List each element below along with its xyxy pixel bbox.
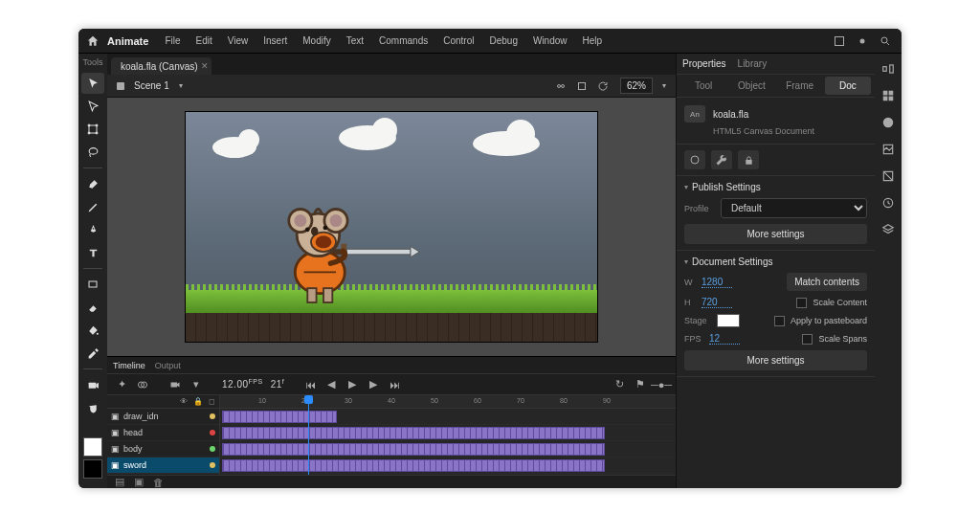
sync-icon[interactable] — [852, 31, 873, 52]
play-icon[interactable]: ▶ — [344, 376, 361, 393]
tracks-area[interactable]: 10 20 30 40 50 60 70 80 90 — [220, 395, 676, 475]
menu-window[interactable]: Window — [526, 32, 574, 50]
publish-section-title[interactable]: Publish Settings — [684, 182, 867, 192]
text-tool-icon[interactable] — [81, 242, 104, 263]
publish-icon[interactable] — [684, 150, 705, 169]
components-panel-icon[interactable] — [879, 220, 898, 239]
rectangle-tool-icon[interactable] — [81, 274, 104, 295]
search-icon[interactable] — [875, 31, 896, 52]
hand-tool-icon[interactable] — [81, 397, 104, 418]
camera-tool-icon[interactable] — [81, 374, 104, 395]
profile-select[interactable]: Default — [721, 198, 867, 218]
menu-help[interactable]: Help — [576, 32, 610, 50]
marker-icon[interactable]: ⚑ — [632, 376, 649, 393]
apply-pasteboard-checkbox[interactable] — [774, 316, 785, 326]
document-section-title[interactable]: Document Settings — [684, 256, 867, 267]
selection-tool-icon[interactable] — [81, 73, 104, 94]
subselect-tool-icon[interactable] — [81, 96, 104, 117]
track-row[interactable] — [220, 409, 676, 425]
stage-canvas[interactable] — [186, 112, 597, 342]
menu-insert[interactable]: Insert — [256, 32, 294, 50]
document-tab[interactable]: koala.fla (Canvas)✕ — [111, 57, 212, 75]
zoom-timeline-icon[interactable]: ─●─ — [653, 376, 670, 393]
goto-first-icon[interactable]: ⏮ — [301, 376, 319, 393]
stroke-swatch[interactable] — [83, 459, 102, 479]
wrench-icon[interactable] — [711, 150, 732, 169]
align-panel-icon[interactable] — [879, 59, 898, 78]
layer-row[interactable]: ▣ draw_idn — [107, 409, 219, 425]
step-back-icon[interactable]: ◀ — [323, 376, 340, 393]
tab-library[interactable]: Library — [738, 58, 768, 69]
tab-properties[interactable]: Properties — [682, 58, 726, 69]
eraser-tool-icon[interactable] — [81, 297, 104, 318]
pencil-tool-icon[interactable] — [81, 196, 104, 217]
new-layer-icon[interactable]: ▤ — [113, 477, 126, 488]
outline-column-icon[interactable]: ◻ — [209, 397, 215, 406]
width-value[interactable]: 1280 — [702, 277, 732, 288]
stage-pasteboard[interactable] — [107, 98, 676, 356]
match-contents-button[interactable]: Match contents — [787, 273, 867, 291]
transform-tool-icon[interactable] — [81, 119, 104, 140]
menu-edit[interactable]: Edit — [189, 32, 219, 50]
workspace-icon[interactable] — [829, 31, 850, 52]
scale-content-checkbox[interactable] — [796, 298, 807, 308]
transform-panel-icon[interactable] — [879, 167, 898, 186]
scale-spans-checkbox[interactable] — [802, 334, 813, 345]
loop-icon[interactable]: ↻ — [611, 376, 628, 393]
track-row[interactable] — [220, 425, 676, 441]
goto-last-icon[interactable]: ⏭ — [386, 376, 403, 393]
fps-value[interactable]: 12 — [709, 333, 740, 345]
frame-ruler[interactable]: 10 20 30 40 50 60 70 80 90 — [220, 395, 676, 409]
tab-timeline[interactable]: Timeline — [113, 361, 145, 370]
history-panel-icon[interactable] — [879, 193, 898, 212]
new-folder-icon[interactable]: ▣ — [132, 477, 145, 488]
menu-file[interactable]: File — [158, 32, 187, 50]
rotate-view-icon[interactable] — [595, 78, 611, 94]
document-more-button[interactable]: More settings — [684, 350, 867, 370]
menu-control[interactable]: Control — [436, 32, 480, 50]
clip-view-icon[interactable] — [553, 78, 568, 94]
subtab-frame[interactable]: Frame — [777, 77, 823, 95]
home-icon[interactable] — [84, 33, 101, 50]
menu-debug[interactable]: Debug — [482, 32, 523, 50]
step-fwd-icon[interactable]: ▶ — [365, 376, 382, 393]
fit-icon[interactable] — [574, 78, 590, 94]
menu-view[interactable]: View — [221, 32, 256, 50]
layer-row[interactable]: ▣ sword — [107, 457, 219, 474]
zoom-dropdown-icon[interactable]: ▾ — [658, 81, 670, 90]
pen-tool-icon[interactable] — [81, 219, 104, 240]
layer-row[interactable]: ▣ body — [107, 441, 219, 457]
stage-color-swatch[interactable] — [717, 314, 740, 327]
subtab-object[interactable]: Object — [728, 77, 774, 95]
scene-icon[interactable] — [113, 78, 128, 94]
menu-modify[interactable]: Modify — [296, 32, 337, 50]
lock-icon[interactable] — [738, 150, 759, 169]
lock-column-icon[interactable]: 🔒 — [193, 397, 203, 406]
menu-text[interactable]: Text — [340, 32, 370, 50]
layer-options-icon[interactable]: ▾ — [188, 376, 205, 393]
assets-panel-icon[interactable] — [879, 140, 898, 159]
fill-swatch[interactable] — [83, 437, 102, 457]
playhead[interactable] — [308, 395, 309, 475]
brush-tool-icon[interactable] — [81, 173, 104, 194]
eyedropper-tool-icon[interactable] — [81, 343, 104, 364]
lasso-tool-icon[interactable] — [81, 142, 104, 163]
delete-layer-icon[interactable]: 🗑 — [151, 477, 165, 488]
subtab-doc[interactable]: Doc — [825, 77, 871, 95]
swatches-panel-icon[interactable] — [879, 86, 898, 105]
menu-commands[interactable]: Commands — [372, 32, 434, 50]
track-row[interactable] — [220, 441, 676, 457]
close-tab-icon[interactable]: ✕ — [201, 61, 209, 71]
camera-layer-icon[interactable] — [167, 376, 184, 393]
layer-row[interactable]: ▣ head — [107, 425, 219, 441]
visibility-column-icon[interactable]: 👁 — [180, 397, 188, 406]
keyframe-add-icon[interactable]: ✦ — [113, 376, 130, 393]
subtab-tool[interactable]: Tool — [680, 77, 726, 95]
track-row[interactable] — [220, 457, 676, 474]
onion-skin-icon[interactable] — [134, 376, 151, 393]
publish-more-button[interactable]: More settings — [684, 224, 867, 244]
color-panel-icon[interactable] — [879, 113, 898, 132]
tab-output[interactable]: Output — [155, 361, 181, 370]
paint-bucket-tool-icon[interactable] — [81, 320, 104, 341]
zoom-value[interactable]: 62% — [620, 78, 653, 94]
